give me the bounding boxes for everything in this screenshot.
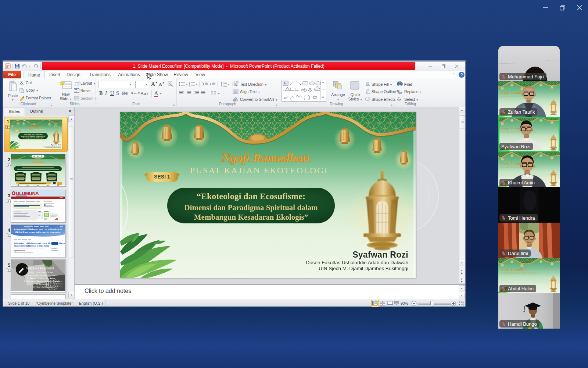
- svg-text:2. Respon Dunia Internasional: 2. Respon Dunia Internasional: [26, 274, 55, 276]
- svg-text:In Issue: In Issue: [44, 200, 51, 202]
- svg-text:Environmental Issues in Indone: Environmental Issues in Indonesia: [14, 245, 49, 247]
- svg-text:Syafwan Rozi: Syafwan Rozi: [14, 250, 25, 252]
- svg-text:5. Ekoteologi: 5. Ekoteologi: [36, 283, 49, 285]
- svg-text:Global Environmental Issues in: Global Environmental Issues in Indonesia: [15, 231, 61, 233]
- svg-text:Membangun Kesadaran Ekologis”: Membangun Kesadaran Ekologis”: [194, 213, 308, 222]
- svg-text:“Ekoteologi dan Ecosufisme:: “Ekoteologi dan Ecosufisme:: [197, 191, 305, 201]
- svg-text:1. Krisis Lingkungan Global: 1. Krisis Lingkungan Global: [26, 271, 53, 273]
- svg-text:P: P: [6, 64, 9, 68]
- svg-text:A: A: [236, 84, 238, 86]
- svg-text:ULUMUNA: ULUMUNA: [16, 191, 39, 196]
- svg-text:A: A: [284, 82, 286, 85]
- svg-text:Dosen Fakultas Ushuluddin Adab: Dosen Fakultas Ushuluddin Adab dan Dakwa…: [306, 260, 408, 265]
- svg-text:Outline Presentasi: Outline Presentasi: [26, 266, 54, 270]
- svg-text:PUSAT KAJIAN EKOTEOLOGI: PUSAT KAJIAN EKOTEOLOGI: [190, 166, 328, 175]
- svg-text:Syafwan Rozi: Syafwan Rozi: [352, 250, 408, 259]
- svg-text:24: 24: [44, 204, 46, 206]
- svg-text:Dimensi dan Paradigma Spiritua: Dimensi dan Paradigma Spiritual dalam: [184, 203, 318, 212]
- svg-text:→ac: →ac: [397, 92, 402, 94]
- svg-text:A: A: [169, 82, 171, 85]
- svg-text:UIN Sjech M. Djamil Djambek Bu: UIN Sjech M. Djamil Djambek Bukittinggi: [319, 266, 408, 271]
- svg-text:3: 3: [189, 85, 190, 86]
- svg-text:Adaptation of Religion and Loc: Adaptation of Religion and Local Wisdom …: [14, 228, 62, 230]
- svg-text:SESI 1: SESI 1: [154, 174, 170, 180]
- svg-text:Ngaji Ramadhan: Ngaji Ramadhan: [221, 151, 310, 164]
